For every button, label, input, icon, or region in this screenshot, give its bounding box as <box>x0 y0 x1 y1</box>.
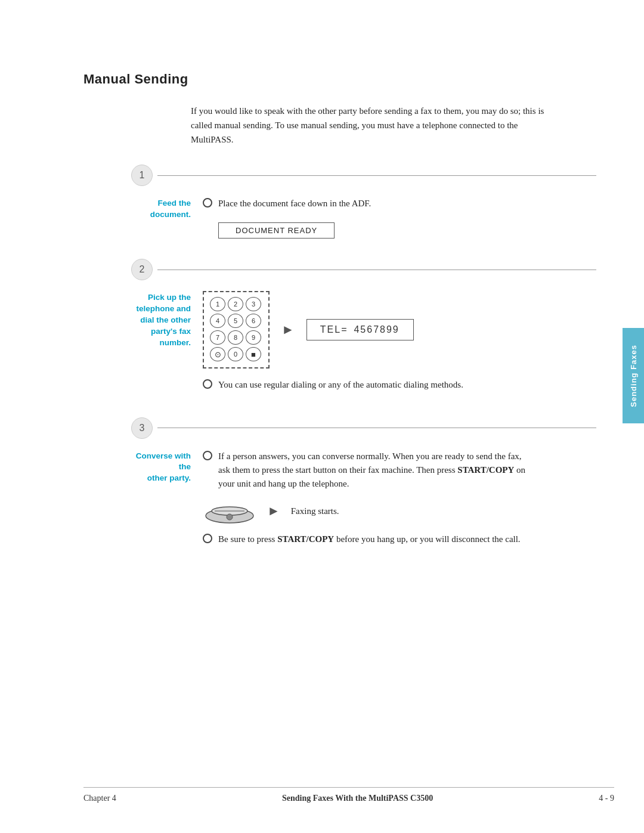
step3-content: Converse with theother party. If a perso… <box>131 450 596 554</box>
footer-chapter: Chapter 4 <box>83 794 116 803</box>
step2-circle: 2 <box>131 259 153 280</box>
arrow-icon: ► <box>281 322 295 337</box>
step3-bullet2: Be sure to press START/COPY before you h… <box>203 532 596 546</box>
keypad: 1 2 3 4 5 6 7 8 9 ⊙ 0 ■ <box>203 291 270 368</box>
step2-divider: 2 <box>131 259 596 280</box>
fax-machine-row: ► Faxing starts. <box>203 498 596 524</box>
key-hash: ■ <box>246 347 261 361</box>
page-container: Manual Sending If you would like to spea… <box>0 0 644 620</box>
step3-circle: 3 <box>131 417 153 439</box>
faxing-starts-text: Faxing starts. <box>291 506 339 516</box>
bullet-circle-3 <box>203 451 212 460</box>
step1-body: Place the document face down in the ADF.… <box>203 197 596 241</box>
key-4: 4 <box>210 314 225 328</box>
step1-line <box>157 175 596 176</box>
step1-label: Feed thedocument. <box>131 197 203 241</box>
tel-label: TEL= <box>320 324 348 335</box>
step3-line <box>157 428 596 428</box>
step2-bullet1-text: You can use regular dialing or any of th… <box>218 378 463 392</box>
step1-content: Feed thedocument. Place the document fac… <box>131 197 596 241</box>
step3-bullet1: If a person answers, you can converse no… <box>203 450 596 491</box>
footer-title: Sending Faxes With the MultiPASS C3500 <box>282 794 433 803</box>
tel-display: TEL= 4567899 <box>306 319 414 340</box>
step2-bullet1: You can use regular dialing or any of th… <box>203 378 596 392</box>
step2-label: Pick up thetelephone anddial the otherpa… <box>131 291 203 399</box>
key-8: 8 <box>228 330 243 345</box>
step1-bullet1: Place the document face down in the ADF. <box>203 197 596 210</box>
step1-bullet1-text: Place the document face down in the ADF. <box>218 197 371 210</box>
doc-ready-box: DOCUMENT READY <box>218 222 335 239</box>
fax-machine-icon <box>203 498 256 524</box>
step1-divider: 1 <box>131 165 596 186</box>
footer-page: 4 - 9 <box>599 794 614 803</box>
step3-label: Converse with theother party. <box>131 450 203 554</box>
step1-circle: 1 <box>131 165 153 186</box>
bullet-circle-2 <box>203 379 212 389</box>
tel-number: 4567899 <box>354 324 399 335</box>
bullet-circle-4 <box>203 534 212 543</box>
footer: Chapter 4 Sending Faxes With the MultiPA… <box>83 787 614 803</box>
step2-body: 1 2 3 4 5 6 7 8 9 ⊙ 0 ■ ► TEL= <box>203 291 596 399</box>
step3-bullet2-text: Be sure to press START/COPY before you h… <box>218 532 521 546</box>
page-title: Manual Sending <box>83 72 596 87</box>
step2-content: Pick up thetelephone anddial the otherpa… <box>131 291 596 399</box>
key-3: 3 <box>246 297 261 311</box>
key-1: 1 <box>210 297 225 311</box>
bullet-circle-1 <box>203 198 212 208</box>
step3-body: If a person answers, you can converse no… <box>203 450 596 554</box>
intro-text: If you would like to speak with the othe… <box>191 104 549 147</box>
key-7: 7 <box>210 330 225 345</box>
key-9: 9 <box>246 330 261 345</box>
key-star: ⊙ <box>210 347 225 361</box>
step3-bullet1-text: If a person answers, you can converse no… <box>218 450 528 491</box>
keypad-tel-row: 1 2 3 4 5 6 7 8 9 ⊙ 0 ■ ► TEL= <box>203 291 596 368</box>
sidebar-tab: Sending Faxes <box>623 328 644 423</box>
key-6: 6 <box>246 314 261 328</box>
svg-point-3 <box>227 514 233 520</box>
key-2: 2 <box>228 297 243 311</box>
step3-divider: 3 <box>131 417 596 439</box>
fax-arrow-icon: ► <box>267 503 280 519</box>
key-5: 5 <box>228 314 243 328</box>
key-0: 0 <box>228 347 243 361</box>
sidebar-tab-label: Sending Faxes <box>629 345 638 407</box>
step2-line <box>157 270 596 270</box>
